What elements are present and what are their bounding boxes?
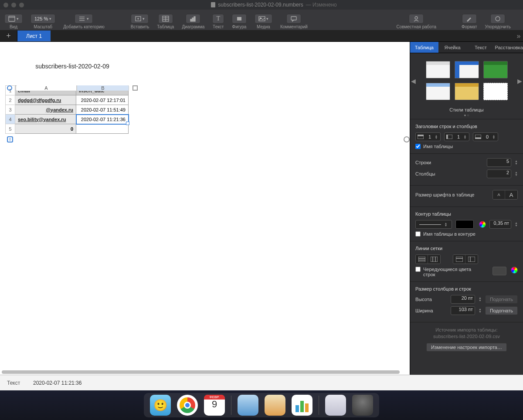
- dock-recent-icon[interactable]: [325, 395, 346, 416]
- import-settings-button[interactable]: Изменение настроек импорта…: [426, 343, 507, 352]
- media-label: Медиа: [257, 24, 270, 29]
- sheet-tab-1[interactable]: Лист 1: [17, 30, 51, 41]
- row-header-5[interactable]: 5: [6, 124, 15, 134]
- sheet-overflow-icon[interactable]: »: [514, 30, 523, 41]
- grid-header-segmented[interactable]: [453, 254, 478, 264]
- row-height-field[interactable]: 20 пт: [451, 295, 475, 304]
- zoom-dot[interactable]: [19, 3, 24, 7]
- styles-next-icon[interactable]: ▶: [517, 78, 522, 85]
- outline-style-popup[interactable]: ▲▼: [415, 220, 452, 229]
- horizontal-scrollbar[interactable]: [2, 369, 408, 375]
- insert-button[interactable]: ▾: [131, 14, 149, 24]
- font-size-segmented[interactable]: AA: [492, 190, 518, 200]
- dock-calendar-icon[interactable]: ФЕВР.9: [204, 395, 225, 416]
- inspector-tab-table[interactable]: Таблица: [410, 42, 438, 53]
- alt-color-well[interactable]: [492, 267, 506, 275]
- grid-body-segmented[interactable]: [415, 254, 441, 264]
- text-button[interactable]: T: [212, 14, 224, 24]
- add-sheet-button[interactable]: +: [0, 30, 17, 41]
- window-filename: subscribers-list-2020-02-09.numbers: [218, 2, 303, 8]
- table-style-3[interactable]: [483, 61, 508, 78]
- column-header-a[interactable]: A: [16, 85, 77, 91]
- table-style-2[interactable]: [455, 61, 479, 78]
- table-style-4[interactable]: [426, 83, 450, 100]
- cell-email-4[interactable]: seo.bility@yandex.ru: [15, 115, 76, 124]
- size-section-label: Размер столбцов и строк: [415, 286, 518, 291]
- col-width-field[interactable]: 103 пт: [451, 306, 475, 315]
- svg-rect-22: [418, 135, 424, 136]
- table-handle-left-icon[interactable]: [7, 85, 12, 91]
- row-header-3[interactable]: 3: [6, 105, 15, 115]
- format-button[interactable]: [462, 14, 477, 24]
- dock-separator: [231, 396, 231, 415]
- table-style-6[interactable]: [483, 83, 508, 100]
- add-category-button[interactable]: ▾: [75, 14, 93, 24]
- formula-bar: Текст 2020-02-07 11:21:36: [0, 375, 523, 390]
- cell-email-5[interactable]: 0: [15, 124, 76, 134]
- chart-button[interactable]: [186, 14, 200, 24]
- zoom-button[interactable]: 125 %▾: [31, 14, 55, 24]
- fit-width-button[interactable]: Подогнать: [485, 306, 518, 315]
- cell-date-2[interactable]: 2020-02-07 12:17:01: [76, 95, 129, 105]
- table-style-5[interactable]: [455, 83, 479, 100]
- window-titlebar: subscribers-list-2020-02-09.numbers — Из…: [0, 0, 523, 10]
- inspector-tab-cell[interactable]: Ячейка: [438, 42, 467, 53]
- minimize-dot[interactable]: [11, 3, 16, 7]
- comment-button[interactable]: [286, 14, 301, 24]
- import-source-file: subscribers-list-2020-02-09.csv: [415, 333, 518, 340]
- header-cols-stepper[interactable]: 1▲▼: [444, 132, 469, 141]
- svg-rect-24: [446, 135, 448, 139]
- table-title[interactable]: subscribers-list-2020-02-09: [16, 63, 129, 70]
- collab-button[interactable]: [409, 14, 424, 24]
- cols-field[interactable]: 2: [487, 169, 511, 178]
- table-name-checkbox[interactable]: Имя таблицы: [415, 144, 518, 149]
- table-footer-handle-icon[interactable]: =: [7, 136, 13, 142]
- cols-label: Столбцы: [415, 171, 483, 176]
- arrange-button[interactable]: [490, 14, 505, 24]
- view-button[interactable]: ▾: [4, 14, 23, 24]
- outline-weight-field[interactable]: 0,35 пт: [489, 220, 511, 229]
- data-table: 1 email insert_date 2 dgdgd@dfggdfg.ru 2…: [5, 85, 129, 134]
- formula-bar-value[interactable]: 2020-02-07 11:21:36: [33, 380, 82, 386]
- row-header-4[interactable]: 4: [6, 115, 15, 124]
- view-label: Вид: [10, 24, 17, 29]
- media-button[interactable]: ▾: [255, 14, 272, 24]
- name-in-outline-checkbox[interactable]: Имя таблицы в контуре: [415, 231, 518, 237]
- dock-numbers-icon[interactable]: [292, 395, 312, 416]
- font-size-label: Размер шрифта в таблице: [415, 192, 489, 197]
- header-rows-stepper[interactable]: 1▲▼: [415, 132, 441, 141]
- color-wheel-icon[interactable]: [479, 221, 486, 228]
- arrange-label: Упорядочить: [485, 24, 511, 29]
- table-style-1[interactable]: [426, 61, 450, 78]
- footer-rows-stepper[interactable]: 0▲▼: [473, 132, 498, 141]
- cell-date-5[interactable]: [76, 124, 129, 134]
- column-header-b[interactable]: B: [77, 85, 129, 91]
- dock-chrome-icon[interactable]: [177, 395, 198, 416]
- format-label: Формат: [462, 24, 477, 29]
- shape-button[interactable]: [232, 14, 247, 24]
- table-resize-handle-icon[interactable]: [404, 136, 410, 142]
- fit-height-button[interactable]: Подогнать: [485, 295, 518, 304]
- dock-finder-icon[interactable]: 🙂: [150, 395, 171, 416]
- spreadsheet-canvas[interactable]: A B subscribers-list-2020-02-09 1 email …: [0, 42, 410, 375]
- styles-prev-icon[interactable]: ◀: [411, 78, 416, 85]
- dock-trash-icon[interactable]: [352, 395, 373, 416]
- dock-pages-icon[interactable]: [265, 395, 285, 416]
- table-button[interactable]: [158, 14, 173, 24]
- rows-field[interactable]: 5: [487, 158, 511, 167]
- table-handle-right-icon[interactable]: [132, 85, 138, 91]
- row-header-2[interactable]: 2: [6, 95, 15, 105]
- outline-color-well[interactable]: [455, 220, 474, 229]
- cell-date-3[interactable]: 2020-02-07 11:51:49: [76, 105, 129, 115]
- dock-preview-icon[interactable]: [238, 395, 258, 416]
- inspector-tab-placement[interactable]: Расстановка: [495, 42, 523, 53]
- alt-rows-checkbox[interactable]: Чередующиеся цвета строк: [415, 267, 518, 277]
- close-dot[interactable]: [3, 3, 8, 7]
- cell-date-4-selected[interactable]: 2020-02-07 11:21:36: [76, 115, 129, 124]
- window-controls[interactable]: [3, 3, 24, 7]
- cell-email-2[interactable]: dgdgd@dfggdfg.ru: [15, 95, 76, 105]
- cell-email-3[interactable]: @yandex.ru: [15, 105, 76, 115]
- inspector-tab-text[interactable]: Текст: [467, 42, 495, 53]
- page-dots: ● ○: [412, 113, 521, 117]
- alt-color-wheel-icon[interactable]: [511, 267, 518, 274]
